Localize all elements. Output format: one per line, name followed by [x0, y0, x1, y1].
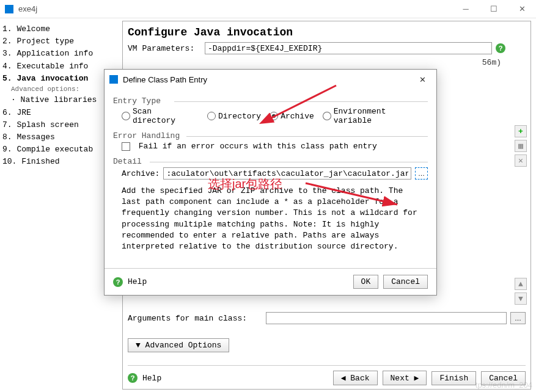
args-browse-button[interactable]: … — [510, 312, 526, 324]
remove-entry-button[interactable]: ✕ — [515, 154, 527, 167]
dialog-close-button[interactable]: ✕ — [413, 70, 431, 89]
vm-help-icon[interactable]: ? — [496, 43, 505, 53]
edit-entry-button[interactable]: ▦ — [515, 140, 527, 152]
radio-archive[interactable]: Archive — [270, 112, 314, 121]
advanced-options-button[interactable]: ▼ Advanced Options — [128, 338, 229, 352]
dialog-help-label[interactable]: Help — [128, 277, 147, 286]
define-classpath-dialog: Define Class Path Entry ✕ Entry Type Sca… — [104, 69, 437, 296]
dialog-help-icon[interactable]: ? — [113, 277, 123, 287]
step-application-info[interactable]: 3. Application info — [2, 48, 120, 60]
dialog-title: Define Class Path Entry — [123, 75, 413, 84]
args-input[interactable] — [266, 312, 507, 324]
step-splash-screen[interactable]: 7. Splash screen — [2, 119, 120, 131]
finish-button[interactable]: Finish — [431, 371, 476, 385]
step-messages[interactable]: 8. Messages — [2, 131, 120, 143]
radio-environment-variable[interactable]: Environment variable — [323, 107, 428, 125]
step-jre[interactable]: 6. JRE — [2, 107, 120, 119]
fail-on-error-label: Fail if an error occurs with this class … — [139, 142, 377, 151]
window-titlebar: exe4j ─ ☐ ✕ — [0, 0, 536, 18]
back-button[interactable]: ◀ Back — [333, 371, 378, 385]
radio-directory[interactable]: Directory — [207, 112, 261, 121]
step-project-type[interactable]: 2. Project type — [2, 35, 120, 48]
step-executable-info[interactable]: 4. Executable info — [2, 60, 120, 73]
dialog-icon — [109, 75, 118, 84]
advanced-options-label: Advanced options: — [2, 85, 120, 94]
wizard-button-bar: ? Help ◀ Back Next ▶ Finish Cancel — [128, 365, 526, 385]
vm-parameters-label: VM Parameters: — [128, 44, 201, 53]
help-button-label[interactable]: Help — [142, 374, 161, 383]
step-java-invocation[interactable]: 5. Java invocation — [2, 73, 120, 85]
radio-scan-directory[interactable]: Scan directory — [122, 107, 199, 125]
archive-label: Archive: — [122, 169, 160, 178]
app-icon — [5, 5, 13, 13]
description-text: Add the specified JAR or ZIP archive to … — [113, 186, 428, 252]
vm-parameters-input[interactable] — [205, 42, 492, 54]
step-finished[interactable]: 10. Finished — [2, 156, 120, 168]
maximize-button[interactable]: ☐ — [480, 0, 508, 18]
classpath-toolbar: + ▦ ✕ — [515, 125, 527, 167]
move-down-button[interactable]: ▼ — [515, 292, 527, 305]
fail-on-error-checkbox[interactable] — [122, 142, 130, 151]
next-button[interactable]: Next ▶ — [383, 371, 427, 385]
dialog-cancel-button[interactable]: Cancel — [383, 275, 428, 289]
page-heading: Configure Java invocation — [128, 26, 526, 38]
footer-watermark: tps://edn/m_204 — [475, 380, 532, 390]
minimize-button[interactable]: ─ — [452, 0, 480, 18]
window-title: exe4j — [18, 4, 452, 13]
truncated-text: 56m) — [128, 58, 526, 67]
step-welcome[interactable]: 1. Welcome — [2, 23, 120, 35]
archive-browse-button[interactable]: … — [415, 167, 428, 180]
step-native-libraries[interactable]: · Native libraries — [2, 94, 120, 106]
move-up-button[interactable]: ▲ — [515, 278, 527, 290]
help-icon[interactable]: ? — [128, 373, 138, 383]
archive-path-input[interactable] — [163, 167, 411, 180]
close-button[interactable]: ✕ — [508, 0, 536, 18]
step-compile-executable[interactable]: 9. Compile executab — [2, 143, 120, 156]
add-entry-button[interactable]: + — [515, 125, 527, 137]
ok-button[interactable]: OK — [353, 275, 379, 289]
args-label: Arguments for main class: — [128, 314, 262, 323]
